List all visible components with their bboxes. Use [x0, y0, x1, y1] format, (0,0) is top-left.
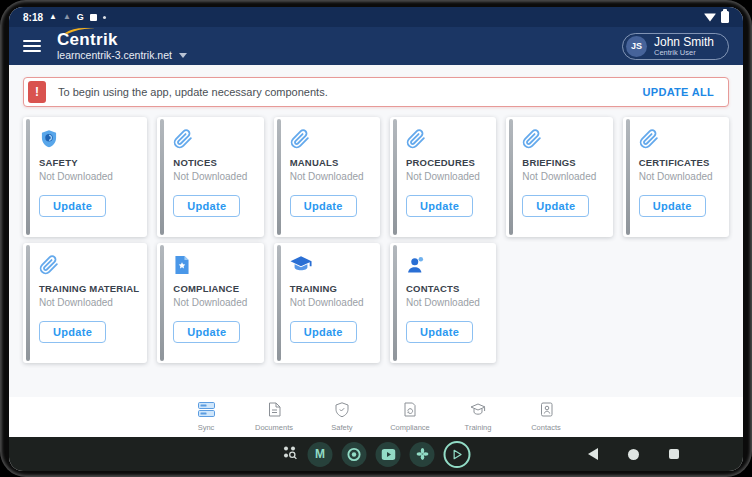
- menu-hamburger-icon[interactable]: [23, 40, 41, 52]
- card-title: PROCEDURES: [406, 157, 488, 168]
- android-taskbar: M: [9, 437, 743, 471]
- update-warning-banner: ! To begin using the app, update necessa…: [23, 77, 729, 107]
- screen: 8:18 ▲ ▲ G Centrik learncentrik-3.centri…: [9, 7, 743, 471]
- update-button[interactable]: Update: [173, 195, 240, 217]
- card-title: TRAINING MATERIAL: [39, 283, 139, 294]
- main-content: ! To begin using the app, update necessa…: [9, 65, 743, 397]
- card-title: COMPLIANCE: [173, 283, 255, 294]
- card-compliance[interactable]: COMPLIANCE Not Downloaded Update: [157, 243, 263, 363]
- card-training[interactable]: TRAINING Not Downloaded Update: [274, 243, 380, 363]
- safety-shield-icon: [335, 402, 349, 421]
- gmail-glyph: M: [315, 447, 325, 461]
- clock: 8:18: [23, 12, 43, 23]
- card-title: TRAINING: [290, 283, 372, 294]
- tab-compliance[interactable]: Compliance: [383, 402, 437, 432]
- recents-button[interactable]: [669, 449, 679, 459]
- card-status: Not Downloaded: [406, 171, 488, 182]
- card-title: NOTICES: [173, 157, 255, 168]
- home-button[interactable]: [628, 449, 639, 460]
- banner-message: To begin using the app, update necessary…: [58, 86, 328, 98]
- paperclip-icon: [39, 255, 139, 277]
- card-notices[interactable]: NOTICES Not Downloaded Update: [157, 117, 263, 237]
- nav-label: Safety: [331, 423, 352, 432]
- card-status: Not Downloaded: [639, 171, 721, 182]
- tab-safety[interactable]: Safety: [315, 402, 369, 432]
- card-title: CONTACTS: [406, 283, 488, 294]
- tab-documents[interactable]: Documents: [247, 402, 301, 432]
- update-button[interactable]: Update: [290, 321, 357, 343]
- photos-pinwheel-icon[interactable]: [410, 442, 435, 467]
- card-status: Not Downloaded: [173, 171, 255, 182]
- card-status: Not Downloaded: [173, 297, 255, 308]
- nav-label: Contacts: [531, 423, 561, 432]
- app-notification-icon: [90, 14, 97, 21]
- tab-contacts[interactable]: Contacts: [519, 402, 573, 432]
- network-notification-icon: ▲: [63, 13, 71, 21]
- card-title: BRIEFINGS: [522, 157, 604, 168]
- update-all-button[interactable]: UPDATE ALL: [643, 86, 714, 98]
- card-contacts[interactable]: CONTACTS Not Downloaded Update: [390, 243, 496, 363]
- app-drawer-icon[interactable]: [282, 444, 299, 465]
- contact-book-icon: [540, 402, 553, 421]
- gmail-icon[interactable]: M: [308, 442, 333, 467]
- app-header: Centrik learncentrik-3.centrik.net JS Jo…: [9, 27, 743, 65]
- nav-label: Training: [465, 423, 492, 432]
- card-training-material[interactable]: TRAINING MATERIAL Not Downloaded Update: [23, 243, 147, 363]
- card-certificates[interactable]: CERTIFICATES Not Downloaded Update: [623, 117, 729, 237]
- update-button[interactable]: Update: [39, 195, 106, 217]
- update-button[interactable]: Update: [406, 195, 473, 217]
- card-status: Not Downloaded: [39, 171, 139, 182]
- module-card-grid: SAFETY Not Downloaded Update NOTICES Not…: [9, 117, 743, 363]
- update-button[interactable]: Update: [406, 321, 473, 343]
- nav-label: Sync: [198, 423, 215, 432]
- graduation-icon: [470, 403, 486, 421]
- sync-icon: [198, 402, 215, 421]
- tab-training[interactable]: Training: [451, 403, 505, 432]
- google-notification-icon: G: [77, 12, 84, 22]
- battery-icon: [721, 11, 729, 23]
- play-store-icon[interactable]: [444, 441, 471, 468]
- user-name: John Smith: [654, 36, 714, 49]
- user-chip[interactable]: JS John Smith Centrik User: [622, 33, 729, 60]
- wifi-icon: [704, 13, 716, 22]
- update-button[interactable]: Update: [639, 195, 706, 217]
- card-title: CERTIFICATES: [639, 157, 721, 168]
- warning-notification-icon: ▲: [49, 13, 57, 21]
- youtube-icon[interactable]: [376, 442, 401, 467]
- paperclip-icon: [406, 129, 488, 151]
- card-status: Not Downloaded: [290, 297, 372, 308]
- taskbar-apps: M: [282, 441, 471, 468]
- update-button[interactable]: Update: [39, 321, 106, 343]
- android-status-bar: 8:18 ▲ ▲ G: [9, 7, 743, 27]
- tab-sync[interactable]: Sync: [179, 402, 233, 432]
- card-manuals[interactable]: MANUALS Not Downloaded Update: [274, 117, 380, 237]
- card-status: Not Downloaded: [522, 171, 604, 182]
- taskbar-nav: [588, 448, 679, 460]
- card-procedures[interactable]: PROCEDURES Not Downloaded Update: [390, 117, 496, 237]
- chrome-icon[interactable]: [342, 442, 367, 467]
- card-briefings[interactable]: BRIEFINGS Not Downloaded Update: [506, 117, 612, 237]
- notification-dot-icon: [103, 16, 106, 19]
- nav-label: Compliance: [390, 423, 430, 432]
- logo-swoosh-icon: [64, 26, 96, 35]
- back-button[interactable]: [588, 448, 598, 460]
- card-status: Not Downloaded: [406, 297, 488, 308]
- user-role: Centrik User: [654, 49, 714, 57]
- environment-selector[interactable]: learncentrik-3.centrik.net: [57, 49, 187, 61]
- card-title: SAFETY: [39, 157, 139, 168]
- update-button[interactable]: Update: [290, 195, 357, 217]
- chevron-down-icon: [179, 53, 187, 58]
- compliance-doc-icon: [403, 402, 417, 421]
- environment-url: learncentrik-3.centrik.net: [57, 49, 172, 61]
- card-title: MANUALS: [290, 157, 372, 168]
- update-button[interactable]: Update: [173, 321, 240, 343]
- paperclip-icon: [173, 129, 255, 151]
- card-status: Not Downloaded: [290, 171, 372, 182]
- card-safety[interactable]: SAFETY Not Downloaded Update: [23, 117, 147, 237]
- centrik-logo: Centrik learncentrik-3.centrik.net: [57, 31, 187, 61]
- alert-icon: !: [28, 81, 46, 103]
- update-button[interactable]: Update: [522, 195, 589, 217]
- paperclip-icon: [639, 129, 721, 151]
- paperclip-icon: [522, 129, 604, 151]
- shield-icon: [39, 129, 139, 151]
